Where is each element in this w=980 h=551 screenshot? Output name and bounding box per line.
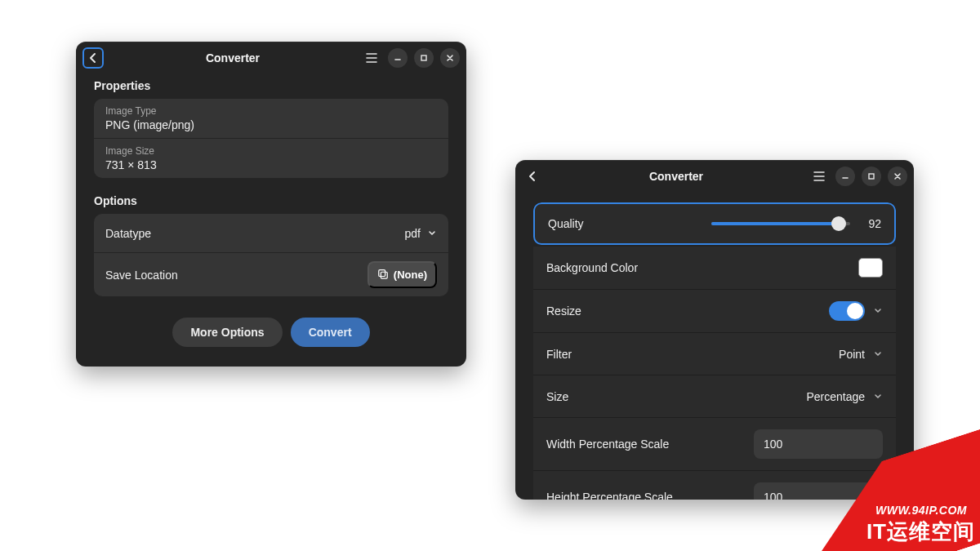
watermark-url: WWW.94IP.COM bbox=[875, 504, 967, 517]
minimize-button[interactable] bbox=[835, 167, 855, 186]
maximize-button[interactable] bbox=[862, 167, 881, 186]
menu-button[interactable] bbox=[809, 167, 829, 186]
width-percentage-label: Width Percentage Scale bbox=[546, 438, 669, 451]
datatype-row[interactable]: Datatype pdf bbox=[94, 214, 448, 253]
window-title: Converter bbox=[110, 51, 355, 64]
convert-button[interactable]: Convert bbox=[291, 318, 370, 347]
datatype-label: Datatype bbox=[105, 227, 151, 240]
options-list: Quality 92 Background Color Resize Filt bbox=[533, 202, 896, 500]
filter-value: Point bbox=[839, 348, 865, 361]
converter-main-window: Converter Properties Image Type PNG (ima… bbox=[76, 42, 466, 367]
quality-row: Quality 92 bbox=[533, 202, 896, 245]
filter-row[interactable]: Filter Point bbox=[533, 333, 896, 375]
maximize-button[interactable] bbox=[414, 48, 434, 68]
background-color-row: Background Color bbox=[533, 247, 896, 290]
svg-rect-0 bbox=[421, 56, 426, 60]
chevron-down-icon bbox=[427, 229, 437, 238]
svg-rect-2 bbox=[381, 272, 387, 278]
save-location-button[interactable]: (None) bbox=[368, 261, 437, 288]
datatype-value: pdf bbox=[405, 227, 421, 240]
titlebar: Converter bbox=[76, 42, 466, 74]
window-title: Converter bbox=[550, 170, 803, 183]
size-label: Size bbox=[546, 390, 568, 403]
minimize-button[interactable] bbox=[388, 48, 408, 68]
window-controls bbox=[809, 167, 907, 186]
chevron-down-icon[interactable] bbox=[873, 306, 883, 316]
resize-toggle[interactable] bbox=[829, 301, 865, 321]
menu-button[interactable] bbox=[362, 48, 381, 68]
image-size-label: Image Size bbox=[105, 145, 437, 157]
resize-row: Resize bbox=[533, 290, 896, 333]
image-size-row: Image Size 731 × 813 bbox=[94, 139, 448, 178]
watermark-brand: IT运维空间 bbox=[866, 518, 975, 546]
image-size-value: 731 × 813 bbox=[105, 158, 437, 171]
options-heading: Options bbox=[76, 189, 466, 214]
save-location-label: Save Location bbox=[105, 269, 178, 282]
filter-label: Filter bbox=[546, 348, 572, 361]
height-percentage-label: Height Percentage Scale bbox=[546, 491, 673, 500]
folder-icon bbox=[377, 268, 389, 282]
back-button[interactable] bbox=[522, 166, 543, 187]
background-color-swatch[interactable] bbox=[858, 258, 883, 278]
save-location-row: Save Location (None) bbox=[94, 253, 448, 296]
background-color-label: Background Color bbox=[546, 261, 638, 274]
width-percentage-row: Width Percentage Scale bbox=[533, 418, 896, 471]
titlebar: Converter bbox=[515, 160, 914, 193]
save-location-value: (None) bbox=[394, 269, 427, 281]
size-dropdown[interactable]: Percentage bbox=[806, 390, 883, 403]
svg-rect-1 bbox=[379, 270, 385, 277]
quality-value: 92 bbox=[862, 217, 881, 230]
image-type-row: Image Type PNG (image/png) bbox=[94, 99, 448, 139]
properties-group: Image Type PNG (image/png) Image Size 73… bbox=[94, 99, 448, 178]
datatype-dropdown[interactable]: pdf bbox=[405, 227, 437, 240]
resize-label: Resize bbox=[546, 304, 581, 318]
more-options-button[interactable]: More Options bbox=[172, 318, 282, 347]
svg-rect-3 bbox=[869, 174, 874, 179]
close-button[interactable] bbox=[888, 167, 907, 186]
options-group: Datatype pdf Save Location (None) bbox=[94, 214, 448, 296]
converter-options-window: Converter Quality 92 bbox=[515, 160, 914, 500]
close-button[interactable] bbox=[440, 48, 460, 68]
action-buttons: More Options Convert bbox=[76, 308, 466, 367]
size-value: Percentage bbox=[806, 390, 865, 403]
size-row[interactable]: Size Percentage bbox=[533, 375, 896, 418]
width-percentage-input[interactable] bbox=[754, 429, 883, 459]
quality-label: Quality bbox=[548, 217, 584, 230]
image-type-label: Image Type bbox=[105, 105, 437, 117]
chevron-down-icon bbox=[873, 349, 883, 359]
filter-dropdown[interactable]: Point bbox=[839, 348, 883, 361]
properties-heading: Properties bbox=[76, 74, 466, 99]
back-button[interactable] bbox=[82, 47, 104, 69]
quality-slider[interactable] bbox=[711, 222, 850, 225]
chevron-down-icon bbox=[873, 392, 883, 402]
image-type-value: PNG (image/png) bbox=[105, 118, 437, 131]
window-controls bbox=[362, 48, 460, 68]
